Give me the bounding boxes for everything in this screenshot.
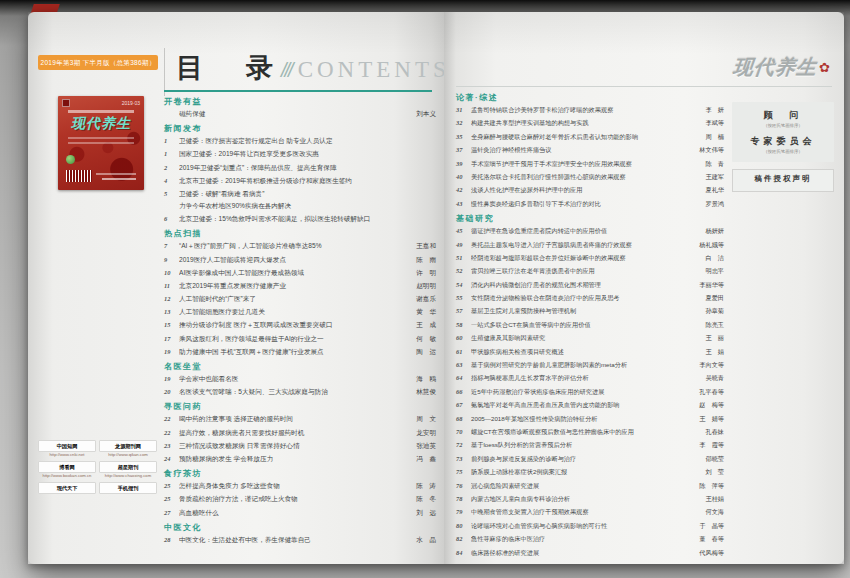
- entry-title: 2005—2018年某地区慢性传染病防治特征分析: [471, 415, 693, 424]
- entry-author: 罗景鸿: [705, 200, 724, 209]
- entry-page-number: 9: [164, 256, 179, 263]
- entry-page-number: 1: [164, 150, 179, 157]
- entry-title: 人工智能时代的“广医”来了: [179, 295, 410, 304]
- entry-title-wrap: 北京2019年将重点发展医疗健康产业: [179, 282, 410, 291]
- entry-author: 林文伟等: [699, 146, 724, 155]
- toc-entry: 27 高血糖吃什么 刘 远: [164, 509, 436, 518]
- entry-title-wrap: 国家卫健委：2019年将让百姓享受更多医改实惠: [179, 150, 430, 159]
- toc-entry: 84 临床路径标准的研究进展 代风梅等: [456, 549, 724, 558]
- entry-title-wrap: 助力健康中国 手机“互联网＋医疗健康”行业发展点: [179, 348, 410, 357]
- entry-title: 生殖健康及其影响因素研究: [471, 334, 699, 343]
- entry-author: 冯 鑫: [416, 455, 436, 464]
- toc-entry: 25 怎样提高身体免疫力 多吃这些食物 陈 涛: [164, 482, 436, 491]
- section-heading: 开卷有益: [164, 96, 436, 107]
- section-heading: 新闻发布: [164, 123, 436, 134]
- entry-title-wrap: 指标与脑梗塞患儿生长发育水平的评估分析: [471, 374, 699, 383]
- entry-title-wrap: 骨质疏松的治疗方法，谨记戒吃上火食物: [179, 495, 410, 504]
- entry-author: 李丽华等: [699, 281, 724, 290]
- entry-author: 王 婧等: [699, 415, 724, 424]
- toc-entry: 5 卫健委：破解“看病难 看病贵” 力争今年农村地区90%疾病在县内解决: [164, 190, 436, 211]
- toc-entry: 40 美托洛尔联合卡托普利治疗慢性肺源性心脏病的效果观察 王建军: [456, 173, 724, 182]
- entry-title-wrap: 氨氯地平对老年高血压患者血压及血管内皮功能的影响: [471, 401, 693, 410]
- entry-title-wrap: 女性阴道分泌物检验联合在阴道炎治疗中的应用及思考: [471, 294, 699, 303]
- entry-title-wrap: 三种情况或致发糖尿病 日常需保持好心情: [179, 442, 410, 451]
- left-toc-column: 开卷有益 磁药保健 刘本义: [164, 96, 436, 549]
- entry-title: 临床路径标准的研究进展: [471, 549, 693, 558]
- toc-entry: 35 全身麻醉与腰硬联合麻醉对老年骨折术后患者认知功能的影响 周 楠: [456, 133, 724, 142]
- cover-bottom-bar: [96, 173, 136, 175]
- entry-page-number: 57: [456, 307, 471, 314]
- entry-page-number: 70: [456, 428, 471, 435]
- entry-title-wrap: AI医学影像成中国人工智能医疗最成熟领域: [179, 269, 410, 278]
- toc-entry: 6 北京卫健委：15%急救呼叫需求不能满足，拟以医生轮转破解缺口: [164, 215, 436, 224]
- entry-page-number: 22: [164, 415, 179, 422]
- entry-title-wrap: 预防糖尿病的发生 学会释放压力: [179, 455, 410, 464]
- entry-title: 国家卫健委：2019年将让百姓享受更多医改实惠: [179, 150, 430, 159]
- entry-author: 明忠平: [705, 267, 724, 276]
- entry-title-wrap: 推动分级诊疗制度 医疗＋互联网或成医改重要突破口: [179, 321, 410, 330]
- entry-title-wrap: 消化内科内镜微创治疗患者的规范化围术期管理: [471, 281, 693, 290]
- entry-page-number: 20: [164, 388, 179, 395]
- cover-brand-title: 现代养生: [58, 115, 144, 133]
- partner-logo-chip: 手机报刊: [99, 482, 157, 494]
- entry-title-wrap: 喝中药的注意事项 选择正确的服药时间: [179, 415, 410, 424]
- entry-author: 吴晓青: [705, 374, 724, 383]
- entry-author: 龙安明: [416, 429, 436, 438]
- entry-page-number: 15: [164, 321, 179, 328]
- entry-page-number: 17: [164, 335, 179, 342]
- entry-title: 内蒙古地区儿童白血病专科诊治分析: [471, 495, 699, 504]
- entry-author: 海 鸥: [416, 375, 436, 384]
- entry-title: 构建共建共享型护理实训基地的构想与实践: [471, 119, 699, 128]
- toc-section: 基础研究 45 循证护理在急诊危重症患者院内转运中的应用价值 杨妍妍: [456, 213, 724, 557]
- entry-page-number: 58: [456, 321, 471, 328]
- entry-title-wrap: 美托洛尔联合卡托普利治疗慢性肺源性心脏病的效果观察: [471, 173, 699, 182]
- entry-page-number: 68: [456, 415, 471, 422]
- right-sidebar: 顾 问 （按姓氏笔画排序） 专家委员会 （按姓氏笔画排序） 稿件授权声明: [732, 92, 834, 554]
- entry-title-wrap: 北京市卫健委：2019年将积极推进分级诊疗和家庭医生签约: [179, 177, 430, 186]
- partner-logo-chip: 中国知网 http://www.cnki.net: [38, 440, 96, 457]
- entry-title: 前列腺炎与尿道反复感染的诊断与治疗: [471, 455, 699, 464]
- toc-entry: 73 前列腺炎与尿道反复感染的诊断与治疗 邵晓莹: [456, 455, 724, 464]
- section-heading: 食疗茶坊: [164, 468, 436, 479]
- entry-page-number: 66: [456, 388, 471, 395]
- entry-title-wrap: 近5年中药湿敷治疗带状疱疹临床应用的研究进展: [471, 388, 693, 397]
- entry-author: 陈 雨: [416, 256, 436, 265]
- entry-title-wrap: 提高疗效，糖尿病患者只需要找好服药时机: [179, 429, 410, 438]
- entry-author: 邵晓莹: [705, 455, 724, 464]
- entry-title: 中晚期食管癌支架置入治疗干预期效果观察: [471, 508, 699, 517]
- toc-entry: 49 奥托品主题泵电导进入治疗子宫腺肌病患者疼痛的疗效观察 杨礼娥等: [456, 241, 724, 250]
- toc-entry: 4 北京市卫健委：2019年将积极推进分级诊疗和家庭医生签约: [164, 177, 436, 186]
- header-divider: [164, 48, 165, 96]
- entry-title-wrap: 手术室细节护理干预用于手术室护理安全中的应用效果观察: [471, 160, 699, 169]
- entry-title: 基层卫生院对儿童预防接种与管理机制: [471, 307, 699, 316]
- entry-author: 李 霞等: [699, 441, 724, 450]
- section-entries: 1 卫健委：医疗损害鉴定暂行规定出台 助专业人员认定 1: [164, 137, 436, 224]
- entry-author: 李向文等: [699, 361, 724, 370]
- toc-entry: 15 推动分级诊疗制度 医疗＋互联网或成医改重要突破口 王 成: [164, 321, 436, 330]
- entry-page-number: 84: [456, 549, 471, 556]
- entry-author: 何 敏: [416, 335, 436, 344]
- toc-entry: 12 人工智能时代的“广医”来了 谢嘉乐: [164, 295, 436, 304]
- entry-title-wrap: 奥托品主题泵电导进入治疗子宫腺肌病患者疼痛的疗效观察: [471, 241, 693, 250]
- toc-entry: 17 乘风这股红利，医疗领域是最得益于AI的行业之一 何 敏: [164, 335, 436, 344]
- toc-entry: 42 浅谈人性化护理在泌尿外科护理中的应用 夏礼华: [456, 186, 724, 195]
- entry-page-number: 2: [164, 164, 179, 171]
- entry-author: 周 楠: [705, 133, 724, 142]
- section-entries: 22 喝中药的注意事项 选择正确的服药时间 周 文 22: [164, 415, 436, 464]
- cover-issue: 2019·03: [122, 100, 140, 106]
- toc-entry: 63 基于病例对照研究的学龄前儿童肥胖影响因素的meta分析 李向文等: [456, 361, 724, 370]
- toc-title-cn: 目 录: [176, 50, 281, 86]
- toc-section: 食疗茶坊 25 怎样提高身体免疫力 多吃这些食物 陈 涛: [164, 468, 436, 517]
- entry-title-wrap: 卫健委：破解“看病难 看病贵” 力争今年农村地区90%疾病在县内解决: [179, 190, 430, 211]
- experts-block: 专家委员会 （按姓氏笔画排序）: [736, 135, 830, 154]
- entry-page-number: 75: [456, 468, 471, 475]
- toc-entry: 7 “AI＋医疗”前景广阔，人工智能诊片准确率达85% 王嘉和: [164, 242, 436, 251]
- toc-entry: 24 预防糖尿病的发生 学会释放压力 冯 鑫: [164, 455, 436, 464]
- cover-logo-icon: [62, 99, 70, 107]
- entry-title-wrap: 2019医疗人工智能或将迎四大爆发点: [179, 256, 410, 265]
- entry-author: 王 成: [416, 321, 436, 330]
- entry-title: 基于loess队列分析的贫营养预后分析: [471, 441, 693, 450]
- toc-title-en: CONTENTS: [298, 57, 444, 83]
- entry-title: 消化内科内镜微创治疗患者的规范化围术期管理: [471, 281, 693, 290]
- entry-page-number: 25: [164, 495, 179, 502]
